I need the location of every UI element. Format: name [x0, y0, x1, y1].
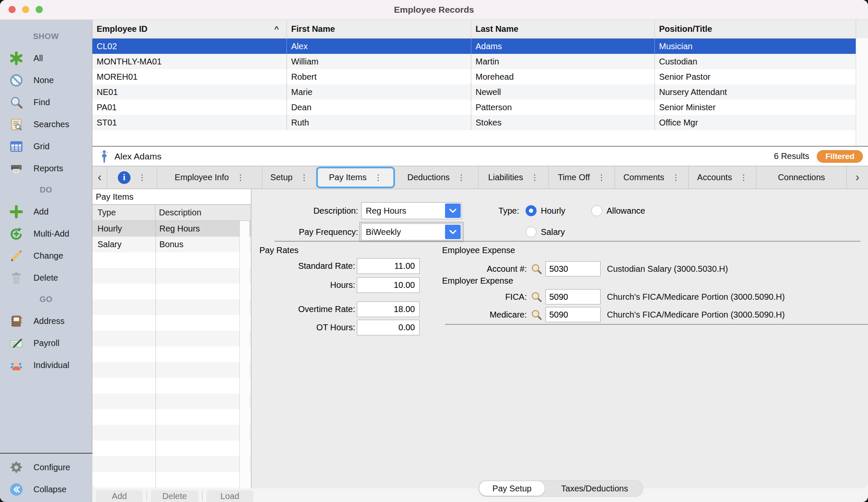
radio-allowance[interactable] [591, 205, 602, 216]
radio-salary[interactable] [526, 226, 537, 237]
column-header-position-title[interactable]: Position/Title [655, 20, 856, 38]
segment-pay-setup[interactable]: Pay Setup [479, 481, 545, 496]
sidebar-item-reports[interactable]: Reports [0, 157, 92, 179]
sidebar-item-label: Change [33, 251, 63, 261]
tab-employee-info[interactable]: Employee Info ⋮ [157, 166, 262, 189]
sidebar-item-address[interactable]: Address [0, 310, 92, 332]
tab-menu-icon[interactable]: ⋮ [138, 173, 146, 182]
table-row[interactable]: NE01 Marie Newell Nursery Attendant [92, 84, 868, 100]
radio-hourly[interactable] [526, 205, 537, 216]
sidebar-item-delete[interactable]: Delete [0, 267, 92, 289]
radio-salary-label: Salary [541, 223, 565, 240]
sidebar-item-individual[interactable]: Individual [0, 354, 92, 376]
account-lookup-icon[interactable] [530, 262, 543, 275]
sidebar-item-payroll[interactable]: Payroll [0, 332, 92, 354]
standard-rate-label: Standard Rate: [232, 258, 355, 274]
sidebar-item-label: Individual [33, 360, 70, 370]
account-lookup-icon[interactable] [530, 290, 543, 303]
saved-search-icon [9, 117, 23, 131]
title-bar: Employee Records [0, 0, 868, 20]
table-row[interactable]: MONTHLY-MA01 William Martin Custodian [92, 54, 868, 69]
table-vertical-scrollbar[interactable] [856, 38, 868, 146]
chevron-down-icon [445, 204, 461, 218]
load-button[interactable]: Load [206, 490, 253, 502]
divider [445, 324, 868, 325]
table-row[interactable]: ST01 Ruth Stokes Office Mgr [92, 115, 868, 130]
tab-menu-icon[interactable]: ⋮ [236, 173, 245, 182]
account-number-field[interactable] [545, 261, 601, 276]
table-row[interactable]: PA01 Dean Patterson Senior Minister [92, 100, 868, 115]
account-description: Church's FICA/Medicare Portion (3000.509… [607, 307, 785, 322]
filtered-badge[interactable]: Filtered [817, 150, 863, 163]
column-header-first-name[interactable]: First Name [287, 20, 471, 38]
employee-table-header: Employee ID ^ First Name Last Name Posit… [92, 20, 868, 39]
pay-frequency-select[interactable]: BiWeekly [361, 223, 462, 240]
tab-time-off[interactable]: Time Off ⋮ [549, 166, 615, 189]
sidebar-item-all[interactable]: All [0, 47, 92, 69]
tab-menu-icon[interactable]: ⋮ [672, 173, 680, 182]
sidebar-item-label: None [33, 75, 54, 85]
list-item[interactable]: Hourly Reg Hours [92, 221, 251, 237]
sidebar-item-change[interactable]: Change [0, 245, 92, 267]
sidebar-item-multi-add[interactable]: Multi-Add [0, 223, 92, 245]
record-bar: Alex Adams 6 Results Filtered [92, 147, 868, 166]
empty-list-row [92, 284, 251, 299]
sidebar-item-label: Grid [33, 142, 50, 151]
sidebar-item-configure[interactable]: Configure [0, 456, 92, 478]
sidebar-item-label: Payroll [33, 338, 59, 348]
sidebar-item-collapse[interactable]: Collapse [0, 478, 92, 500]
account-lookup-icon[interactable] [530, 308, 543, 321]
table-row[interactable]: CL02 Alex Adams Musician [92, 39, 868, 54]
sidebar-item-grid[interactable]: Grid [0, 135, 92, 157]
tab-menu-icon[interactable]: ⋮ [457, 173, 465, 182]
tabs-scroll-left-button[interactable]: ‹ [92, 166, 107, 189]
add-button[interactable]: Add [96, 490, 143, 502]
overtime-rate-field[interactable] [357, 301, 420, 317]
tab-menu-icon[interactable]: ⋮ [598, 173, 606, 182]
medicare-account-field[interactable] [545, 307, 601, 322]
results-count: 6 Results [774, 151, 809, 161]
tab-liabilities[interactable]: Liabilities ⋮ [479, 166, 549, 189]
empty-list-row [92, 393, 251, 409]
sidebar-item-add[interactable]: Add [0, 201, 92, 223]
tab-accounts[interactable]: Accounts ⋮ [689, 166, 757, 189]
description-select[interactable]: Reg Hours [361, 202, 462, 219]
radio-allowance-label: Allowance [606, 202, 645, 219]
hours-field[interactable] [357, 277, 420, 293]
column-header-type[interactable]: Type [92, 205, 156, 220]
window-title: Employee Records [394, 5, 474, 15]
close-button-icon[interactable] [8, 6, 16, 13]
column-header-description[interactable]: Description [156, 205, 201, 220]
tab-pay-items[interactable]: Pay Items ⋮ [316, 167, 395, 188]
tab-connections[interactable]: Connections [757, 166, 846, 189]
sidebar-item-find[interactable]: Find [0, 91, 92, 113]
tabs-scroll-right-button[interactable]: › [846, 166, 868, 189]
list-item[interactable]: Salary Bonus [92, 237, 251, 252]
sidebar-item-none[interactable]: None [0, 69, 92, 91]
ot-hours-field[interactable] [357, 320, 420, 335]
tab-comments[interactable]: Comments ⋮ [615, 166, 689, 189]
column-header-last-name[interactable]: Last Name [471, 20, 655, 38]
fica-account-field[interactable] [545, 289, 601, 304]
segment-taxes-deductions[interactable]: Taxes/Deductions [546, 480, 643, 497]
standard-rate-field[interactable] [357, 258, 420, 274]
tab-menu-icon[interactable]: ⋮ [740, 173, 748, 182]
zoom-button-icon[interactable] [36, 6, 43, 13]
tab-menu-icon[interactable]: ⋮ [374, 173, 382, 182]
tab-menu-icon[interactable]: ⋮ [531, 173, 539, 182]
info-icon: i [118, 171, 131, 184]
record-name: Alex Adams [114, 151, 161, 162]
delete-button[interactable]: Delete [151, 490, 198, 502]
tab-menu-icon[interactable]: ⋮ [300, 173, 308, 182]
sidebar: SHOW All None Find Searches Grid [0, 20, 92, 502]
column-header-employee-id[interactable]: Employee ID ^ [92, 20, 287, 38]
collapse-icon [9, 482, 23, 496]
minimize-button-icon[interactable] [22, 6, 29, 13]
sidebar-item-searches[interactable]: Searches [0, 113, 92, 135]
tab-deductions[interactable]: Deductions ⋮ [395, 166, 479, 189]
printer-icon [9, 162, 23, 176]
tab-setup[interactable]: Setup ⋮ [262, 166, 317, 189]
account-description: Custodian Salary (3000.5030.H) [607, 261, 728, 276]
table-row[interactable]: MOREH01 Robert Morehead Senior Pastor [92, 69, 868, 84]
tab-info[interactable]: i ⋮ [107, 166, 157, 189]
